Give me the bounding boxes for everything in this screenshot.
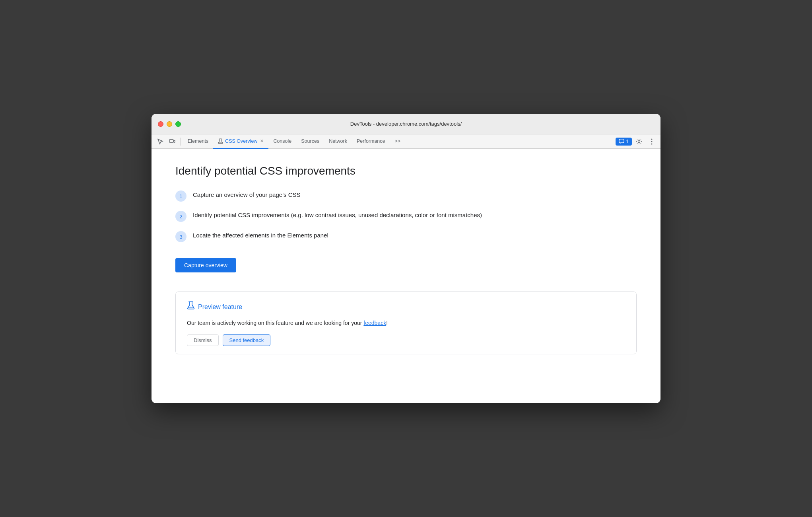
tab-css-overview[interactable]: CSS Overview ✕: [213, 134, 268, 149]
device-toggle-button[interactable]: [167, 136, 178, 147]
step-text-1: Capture an overview of your page's CSS: [193, 190, 301, 200]
traffic-lights: [158, 121, 181, 127]
toolbar-divider: [180, 138, 181, 146]
list-item: 1 Capture an overview of your page's CSS: [175, 190, 637, 202]
titlebar: DevTools - developer.chrome.com/tags/dev…: [152, 114, 660, 134]
preview-body-start: Our team is actively working on this fea…: [187, 320, 363, 326]
inspect-element-button[interactable]: [155, 136, 166, 147]
tab-close-css-overview[interactable]: ✕: [260, 138, 264, 144]
list-item: 2 Identify potential CSS improvements (e…: [175, 210, 637, 222]
svg-rect-1: [174, 140, 175, 142]
preview-buttons: Dismiss Send feedback: [187, 334, 625, 346]
preview-feature-text: Our team is actively working on this fea…: [187, 319, 625, 327]
step-text-3: Locate the affected elements in the Elem…: [193, 231, 328, 240]
svg-point-7: [651, 143, 653, 144]
svg-point-6: [651, 141, 653, 142]
step-number-3: 3: [175, 231, 186, 242]
step-text-2: Identify potential CSS improvements (e.g…: [193, 210, 482, 220]
close-button[interactable]: [158, 121, 163, 127]
preview-feature-title: Preview feature: [198, 303, 242, 311]
dismiss-button[interactable]: Dismiss: [187, 334, 219, 346]
feedback-link[interactable]: feedback: [363, 320, 386, 326]
tab-performance[interactable]: Performance: [352, 134, 390, 149]
svg-rect-0: [169, 140, 173, 142]
svg-rect-3: [619, 139, 624, 143]
preview-header: Preview feature: [187, 301, 625, 312]
more-options-button[interactable]: [646, 136, 657, 147]
tab-console[interactable]: Console: [268, 134, 296, 149]
preview-body-end: !: [386, 320, 388, 326]
minimize-button[interactable]: [167, 121, 172, 127]
page-title: Identify potential CSS improvements: [175, 165, 637, 177]
tab-more[interactable]: >>: [390, 134, 406, 149]
step-number-2: 2: [175, 211, 186, 222]
page-url: DevTools - developer.chrome.com/tags/dev…: [350, 121, 462, 127]
svg-point-10: [191, 307, 192, 308]
tab-sources[interactable]: Sources: [296, 134, 324, 149]
steps-list: 1 Capture an overview of your page's CSS…: [175, 190, 637, 242]
maximize-button[interactable]: [175, 121, 181, 127]
tab-network[interactable]: Network: [324, 134, 352, 149]
settings-button[interactable]: [633, 136, 645, 147]
tab-elements[interactable]: Elements: [183, 134, 213, 149]
svg-point-9: [190, 307, 190, 307]
tab-list: Elements CSS Overview ✕ Console Sources …: [183, 134, 615, 149]
send-feedback-button[interactable]: Send feedback: [223, 334, 271, 346]
svg-point-4: [638, 140, 640, 142]
capture-overview-button[interactable]: Capture overview: [175, 258, 236, 272]
toolbar-right: 1: [616, 136, 657, 147]
step-number-1: 1: [175, 190, 186, 202]
list-item: 3 Locate the affected elements in the El…: [175, 231, 637, 242]
preview-feature-box: Preview feature Our team is actively wor…: [175, 292, 637, 354]
flask-icon: [187, 301, 195, 312]
browser-window: DevTools - developer.chrome.com/tags/dev…: [152, 114, 660, 403]
badge-count: 1: [626, 139, 629, 144]
svg-point-5: [651, 138, 653, 140]
devtools-content: Identify potential CSS improvements 1 Ca…: [152, 149, 660, 403]
devtools-toolbar: Elements CSS Overview ✕ Console Sources …: [152, 134, 660, 149]
chat-badge-button[interactable]: 1: [616, 138, 632, 146]
